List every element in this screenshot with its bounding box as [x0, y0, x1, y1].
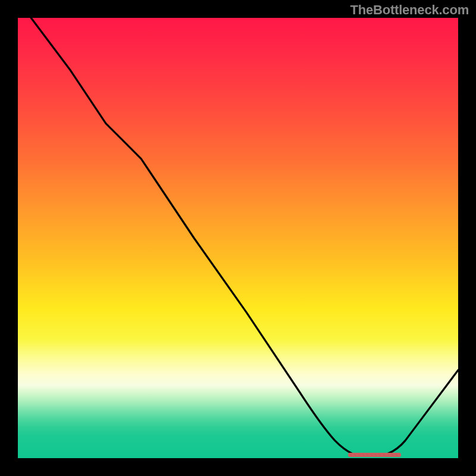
optimal-range-marker [18, 18, 458, 458]
watermark-text: TheBottleneck.com [350, 2, 469, 18]
chart-plot-area [18, 18, 458, 458]
optimal-range-bar [348, 453, 401, 457]
